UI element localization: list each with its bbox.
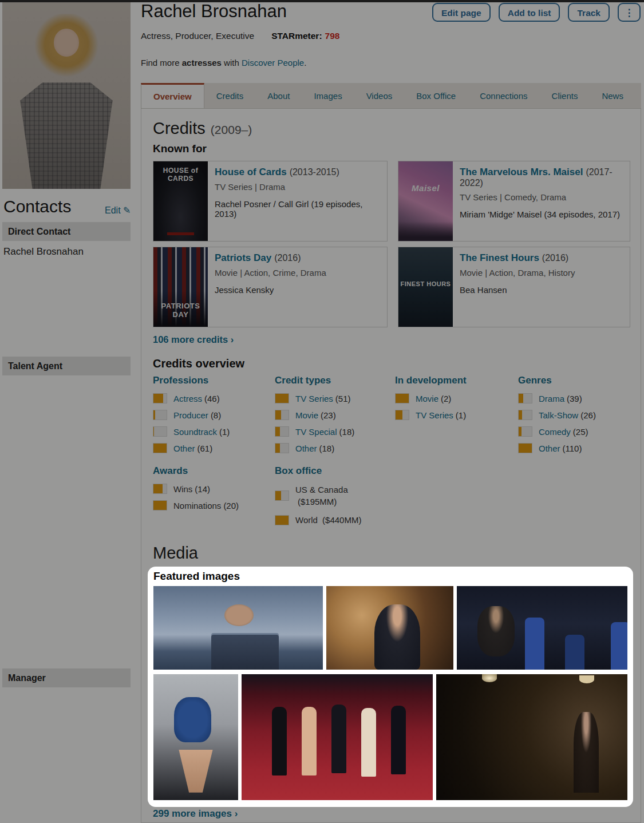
mini-bar [518, 443, 532, 453]
featured-image-red-carpet[interactable] [242, 674, 433, 800]
item-count: (1) [456, 410, 466, 420]
mini-bar [518, 426, 532, 437]
title-link[interactable]: The Marvelous Mrs. Maisel [460, 167, 583, 177]
card-body: Patriots Day(2016) Movie | Action, Crime… [208, 247, 333, 327]
mini-bar [395, 410, 409, 420]
overview-item: Actress(46) [153, 393, 270, 403]
page-title: Rachel Brosnahan [141, 1, 287, 22]
item-link[interactable]: Other [295, 444, 317, 453]
kebab-menu-button[interactable]: ⋮ [618, 3, 641, 22]
overview-column-box-office: Box office US & Canada ($195MM) World ($… [275, 465, 398, 532]
item-link[interactable]: Other [173, 444, 195, 453]
section-header-talent-agent: Talent Agent [2, 357, 131, 375]
overview-item: Movie(23) [275, 410, 392, 420]
item-link[interactable]: Movie [295, 410, 318, 420]
contacts-edit-link[interactable]: Edit ✎ [105, 205, 131, 216]
find-more-prefix: Find more [141, 58, 180, 68]
item-link[interactable]: Talk-Show [539, 410, 578, 420]
item-link[interactable]: Comedy [539, 427, 571, 437]
credits-heading-text: Credits [153, 119, 206, 137]
featured-image-call-center[interactable] [153, 586, 323, 670]
credits-overview-heading: Credits overview [153, 357, 244, 370]
known-for-label: Known for [153, 143, 207, 155]
more-images-link[interactable]: 299 more images › [153, 808, 238, 820]
card-body: House of Cards(2013-2015) TV Series | Dr… [208, 161, 387, 241]
poster-text: PATRIOTS DAY [153, 302, 208, 319]
overview-item: Nominations(20) [153, 500, 270, 511]
mini-bar [518, 410, 532, 420]
item-count: (51) [335, 394, 351, 403]
column-header: Credit types [275, 375, 392, 386]
item-link[interactable]: Drama [539, 394, 564, 403]
tab-videos[interactable]: Videos [354, 83, 405, 108]
overview-column-in-development: In development Movie(2) TV Series(1) [395, 375, 512, 426]
item-link[interactable]: Soundtrack [173, 427, 217, 437]
item-count: (23) [321, 410, 336, 420]
item-label: Nominations [173, 501, 221, 511]
item-link[interactable]: Actress [173, 394, 202, 403]
add-to-list-button[interactable]: Add to list [499, 3, 560, 22]
title-link[interactable]: House of Cards [215, 167, 287, 177]
poster-patriots-day[interactable]: PATRIOTS DAY [153, 247, 208, 327]
title-link[interactable]: The Finest Hours [460, 252, 539, 263]
item-count: (1) [219, 427, 230, 437]
tab-overview[interactable]: Overview [141, 83, 204, 108]
tab-clients[interactable]: Clients [540, 83, 590, 108]
subtitle-row: Actress, Producer, Executive STARmeter:7… [141, 31, 339, 41]
section-header-manager: Manager [2, 668, 131, 687]
featured-image-panel-chair[interactable] [153, 674, 238, 800]
poster-mrs-maisel[interactable]: Maisel [398, 161, 453, 241]
starmeter-label: STARmeter: [271, 31, 322, 41]
poster-finest-hours[interactable]: FINEST HOURS [398, 247, 453, 327]
mini-bar [275, 515, 289, 525]
mini-bar [275, 426, 289, 437]
featured-image-bus-scene[interactable] [457, 586, 627, 670]
card-body: The Marvelous Mrs. Maisel(2017-2022) TV … [453, 161, 630, 241]
tab-credits[interactable]: Credits [204, 83, 256, 108]
item-link[interactable]: Producer [173, 410, 208, 420]
overview-item: Comedy(25) [518, 426, 641, 437]
known-for-card: PATRIOTS DAY Patriots Day(2016) Movie | … [153, 247, 388, 327]
tab-about[interactable]: About [255, 83, 302, 108]
known-for-card: Maisel The Marvelous Mrs. Maisel(2017-20… [398, 161, 630, 242]
known-for-card: FINEST HOURS The Finest Hours(2016) Movi… [398, 247, 630, 327]
item-count: (20) [223, 501, 239, 511]
item-link[interactable]: Other [539, 444, 560, 453]
tab-images[interactable]: Images [302, 83, 354, 108]
tab-box-office[interactable]: Box Office [404, 83, 468, 108]
pencil-icon: ✎ [123, 205, 131, 215]
item-count: (39) [567, 394, 582, 403]
find-more-mid: with [224, 58, 239, 68]
item-link[interactable]: Movie [416, 394, 438, 403]
overview-column-professions: Professions Actress(46) Producer(8) Soun… [153, 375, 270, 460]
starmeter-value[interactable]: 798 [325, 31, 340, 41]
mini-bar [153, 443, 167, 453]
featured-image-bar-scene[interactable] [326, 586, 453, 670]
track-button[interactable]: Track [568, 3, 610, 22]
mini-bar [275, 393, 289, 403]
item-link[interactable]: TV Series [295, 394, 333, 403]
poster-house-of-cards[interactable]: HOUSE of CARDS [153, 161, 208, 241]
title-link[interactable]: Patriots Day [215, 252, 271, 263]
mini-bar [153, 500, 167, 511]
featured-images-panel: Featured images [148, 567, 633, 807]
item-count: (2) [441, 394, 451, 403]
more-credits-link[interactable]: 106 more credits › [153, 334, 234, 345]
mini-bar [275, 443, 289, 453]
edit-page-button[interactable]: Edit page [432, 3, 491, 22]
find-more-row: Find more actresses with Discover People… [141, 58, 306, 68]
column-header: Box office [275, 465, 398, 477]
tab-connections[interactable]: Connections [468, 83, 539, 108]
featured-image-standup-stage[interactable] [436, 674, 627, 800]
poster-text: FINEST HOURS [398, 280, 453, 287]
tab-news[interactable]: News [590, 83, 635, 108]
overview-item: Wins(14) [153, 484, 270, 494]
mini-bar [153, 410, 167, 420]
discover-people-link[interactable]: Discover People [242, 58, 304, 68]
mini-bar [275, 410, 289, 420]
profile-photo[interactable] [2, 2, 131, 189]
card-body: The Finest Hours(2016) Movie | Action, D… [453, 247, 582, 327]
item-link[interactable]: TV Series [416, 410, 453, 420]
item-link[interactable]: TV Special [295, 427, 337, 437]
column-header: In development [395, 375, 512, 386]
